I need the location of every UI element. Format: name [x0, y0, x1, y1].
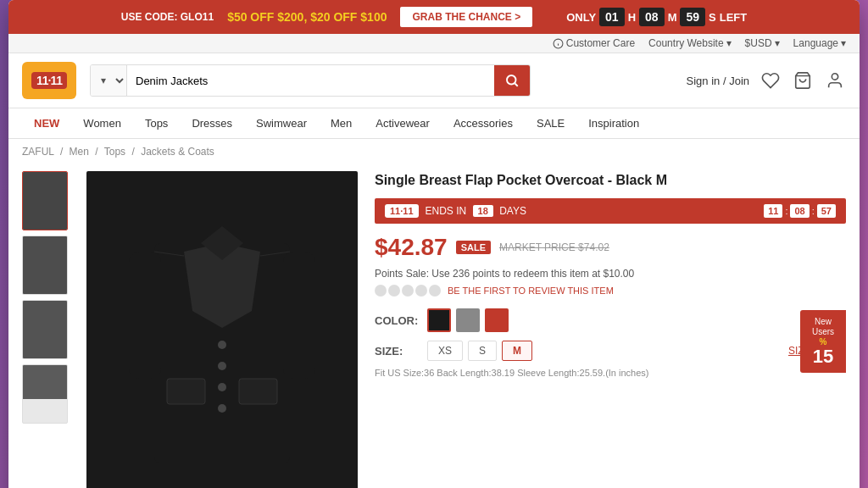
new-users-badge[interactable]: New Users%15	[800, 310, 846, 373]
sale-seconds: 57	[817, 204, 836, 218]
sale-banner: 11·11 ENDS IN 18 DAYS 11 : 08 : 57	[375, 198, 846, 224]
thumb-3[interactable]	[22, 300, 68, 359]
star-2	[388, 285, 400, 297]
wishlist-icon[interactable]	[760, 69, 782, 92]
timer-seconds: 59	[680, 8, 705, 26]
country-selector[interactable]: Country Website ▾	[648, 37, 731, 49]
sale-badge: SALE	[456, 241, 491, 254]
nav-item-women[interactable]: Women	[71, 108, 133, 138]
fit-info: Fit US Size:36 Back Length:38.19 Sleeve …	[375, 368, 846, 378]
product-info: Single Breast Flap Pocket Overcoat - Bla…	[375, 164, 846, 488]
sale-minutes: 08	[790, 204, 809, 218]
size-xs[interactable]: XS	[427, 341, 463, 361]
color-swatch-red[interactable]	[485, 308, 509, 332]
svg-point-8	[218, 341, 226, 349]
nav-item-dresses[interactable]: Dresses	[180, 108, 244, 138]
promo-offer: $50 OFF $200, $20 OFF $100	[227, 10, 387, 24]
points-row: Points Sale: Use 236 points to redeem th…	[375, 268, 846, 280]
timer-minutes: 08	[639, 8, 665, 26]
logo-text: 11·11	[31, 72, 67, 89]
sale-countdown: 11 : 08 : 57	[764, 204, 836, 218]
breadcrumb-zaful[interactable]: ZAFUL	[22, 146, 54, 158]
search-input[interactable]	[127, 65, 494, 96]
sale-hours: 11	[764, 204, 782, 218]
nav-item-new[interactable]: NEW	[22, 108, 71, 138]
svg-point-10	[218, 383, 226, 391]
nav-item-accessories[interactable]: Accessories	[442, 108, 525, 138]
nav-item-men[interactable]: Men	[319, 108, 364, 138]
star-rating	[375, 285, 441, 297]
product-title: Single Breast Flap Pocket Overcoat - Bla…	[375, 171, 846, 190]
nav-item-sale[interactable]: SALE	[525, 108, 576, 138]
star-3	[402, 285, 414, 297]
svg-point-9	[218, 362, 226, 370]
review-link[interactable]: BE THE FIRST TO REVIEW THIS ITEM	[448, 286, 614, 296]
language-selector[interactable]: Language ▾	[793, 37, 846, 49]
header: 11·11 ▾ Sign in / Join	[8, 53, 860, 108]
h-label: H	[628, 11, 636, 24]
utility-bar: Customer Care Country Website ▾ $USD ▾ L…	[8, 34, 860, 53]
thumb-2[interactable]	[22, 236, 68, 295]
search-box: ▾	[90, 64, 531, 97]
color-swatches	[427, 308, 509, 332]
sale-logo: 11·11	[385, 204, 419, 218]
breadcrumb-jackets[interactable]: Jackets & Coats	[141, 146, 214, 158]
nav-item-activewear[interactable]: Activewear	[364, 108, 442, 138]
main-content: 30 Days Return Warranty Single Breast Fl…	[8, 164, 860, 488]
account-icon[interactable]	[824, 69, 846, 92]
cart-icon[interactable]	[792, 69, 814, 92]
nav-item-swimwear[interactable]: Swimwear	[244, 108, 319, 138]
star-4	[415, 285, 427, 297]
search-category-select[interactable]: ▾	[91, 65, 127, 96]
product-thumbnails	[22, 164, 70, 488]
customer-care-link[interactable]: Customer Care	[553, 37, 635, 49]
promo-code: USE CODE: GLO11	[121, 11, 214, 23]
svg-point-3	[832, 74, 837, 80]
market-price: MARKET PRICE $74.02	[499, 241, 609, 253]
search-icon	[504, 73, 520, 88]
product-price: $42.87	[375, 234, 448, 261]
svg-point-1	[507, 75, 516, 85]
logo[interactable]: 11·11	[22, 62, 76, 99]
star-5	[429, 285, 441, 297]
size-s[interactable]: S	[468, 341, 497, 361]
main-nav: NEW Women Tops Dresses Swimwear Men Acti…	[8, 108, 860, 139]
star-1	[375, 285, 387, 297]
thumb-4[interactable]	[22, 364, 68, 424]
size-m[interactable]: M	[502, 341, 532, 361]
color-selector-row: COLOR:	[375, 308, 846, 332]
sale-ends: ENDS IN 18 DAYS	[426, 205, 758, 217]
only-label: ONLY	[566, 11, 596, 24]
promo-timer: ONLY 01 H 08 M 59 S LEFT	[566, 8, 747, 26]
search-button[interactable]	[494, 65, 530, 96]
breadcrumb-tops[interactable]: Tops	[104, 146, 125, 158]
size-swatches: XS S M	[427, 341, 532, 361]
svg-point-11	[218, 404, 226, 413]
currency-selector[interactable]: $USD ▾	[745, 37, 780, 49]
timer-hours: 01	[599, 8, 625, 26]
price-row: $42.87 SALE MARKET PRICE $74.02	[375, 234, 846, 261]
m-label: M	[668, 11, 677, 24]
size-selector-row: SIZE: XS S M SIZE GUIDE	[375, 341, 846, 361]
nav-item-inspiration[interactable]: Inspiration	[576, 108, 651, 138]
s-label: S	[709, 11, 716, 24]
svg-rect-15	[283, 252, 315, 379]
promo-bar: USE CODE: GLO11 $50 OFF $200, $20 OFF $1…	[8, 0, 860, 34]
main-product-image: 30 Days Return Warranty	[86, 164, 358, 488]
color-swatch-black[interactable]	[427, 308, 451, 332]
size-label: SIZE:	[375, 345, 417, 358]
nav-item-tops[interactable]: Tops	[133, 108, 180, 138]
svg-rect-12	[167, 379, 205, 404]
signin-link[interactable]: Sign in / Join	[687, 75, 749, 87]
thumb-1[interactable]	[22, 171, 68, 230]
breadcrumb: ZAFUL / Men / Tops / Jackets & Coats	[8, 139, 860, 164]
breadcrumb-men[interactable]: Men	[70, 146, 89, 158]
header-actions: Sign in / Join	[687, 69, 846, 92]
coat-svg	[120, 175, 324, 488]
stars-row: BE THE FIRST TO REVIEW THIS ITEM	[375, 285, 846, 297]
grab-chance-button[interactable]: GRAB THE CHANCE >	[400, 7, 532, 27]
color-swatch-gray[interactable]	[456, 308, 480, 332]
left-label: LEFT	[720, 11, 748, 24]
svg-rect-13	[239, 379, 277, 404]
svg-rect-14	[129, 252, 161, 379]
